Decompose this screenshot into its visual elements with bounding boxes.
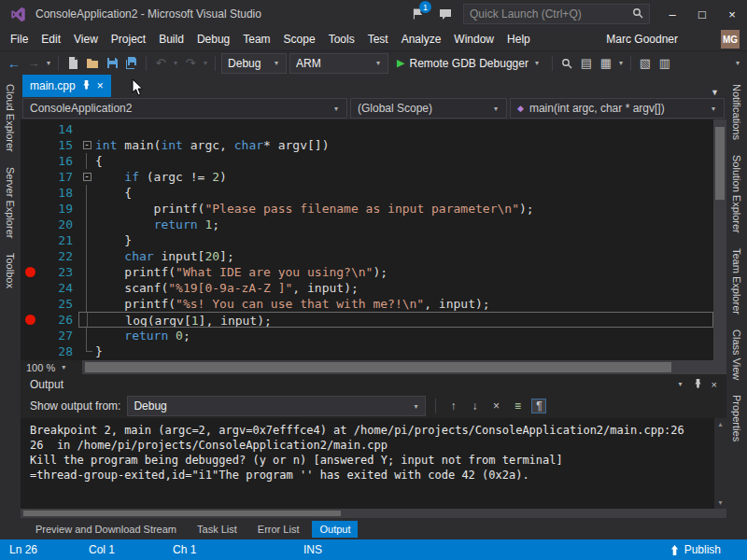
breakpoint-margin[interactable]	[21, 169, 39, 185]
messages-icon[interactable]: ≡	[510, 399, 525, 413]
code-text[interactable]: {	[95, 153, 713, 169]
fold-margin[interactable]	[78, 296, 95, 312]
fold-margin[interactable]	[78, 232, 95, 248]
goto-next-message-icon[interactable]: ↓	[467, 399, 482, 413]
code-text[interactable]: int main(int argc, char* argv[])	[95, 137, 713, 153]
minimize-button[interactable]: –	[657, 0, 687, 28]
collapse-region-icon[interactable]: -	[83, 173, 92, 181]
fold-margin[interactable]	[78, 153, 95, 169]
breakpoint-margin[interactable]	[21, 264, 39, 280]
output-source-dropdown[interactable]: Debug ▾	[127, 396, 426, 416]
collapse-region-icon[interactable]: -	[83, 141, 92, 149]
side-tab-toolbox[interactable]: Toolbox	[5, 253, 16, 288]
breakpoint-margin[interactable]	[21, 137, 39, 153]
command-window-icon[interactable]: ▧	[637, 54, 654, 73]
undo-icon[interactable]: ↶	[152, 54, 169, 73]
bottom-tab-preview-and-download-stream[interactable]: Preview and Download Stream	[28, 521, 184, 538]
menu-debug[interactable]: Debug	[190, 30, 236, 49]
code-text[interactable]: return 1;	[95, 217, 713, 232]
code-text[interactable]	[95, 121, 713, 137]
pin-icon[interactable]	[82, 79, 91, 92]
fold-margin[interactable]	[78, 264, 95, 280]
code-text[interactable]: }	[95, 343, 713, 359]
tab-main-cpp[interactable]: main.cpp ×	[22, 75, 111, 97]
code-text[interactable]: if (argc != 2)	[95, 169, 713, 185]
properties-window-icon[interactable]: ▦	[598, 54, 614, 73]
immediate-window-icon[interactable]: ▥	[656, 54, 673, 73]
breakpoint-margin[interactable]	[21, 280, 39, 296]
menu-view[interactable]: View	[67, 30, 105, 49]
navigation-history-chevron-icon[interactable]: ▾	[45, 59, 52, 67]
code-text[interactable]: log(argv[1], input);	[96, 313, 712, 327]
fold-margin[interactable]	[79, 313, 96, 327]
side-tab-properties[interactable]: Properties	[731, 395, 742, 441]
close-button[interactable]: ×	[717, 0, 747, 28]
find-in-files-icon[interactable]	[558, 54, 575, 73]
output-text[interactable]: Breakpoint 2, main (argc=2, argv=0x7efff…	[21, 418, 726, 509]
output-vertical-scrollbar[interactable]: ▴ ▾	[714, 418, 726, 509]
fold-margin[interactable]: -	[78, 137, 95, 153]
menu-file[interactable]: File	[4, 30, 35, 49]
output-horizontal-scrollbar[interactable]	[21, 509, 726, 518]
fold-margin[interactable]	[78, 343, 95, 359]
menu-help[interactable]: Help	[500, 30, 537, 49]
pin-icon[interactable]	[694, 378, 702, 390]
side-tab-class-view[interactable]: Class View	[731, 329, 742, 380]
redo-icon[interactable]: ↷	[182, 54, 199, 73]
feedback-icon[interactable]	[435, 4, 456, 24]
output-horizontal-scrollbar-thumb[interactable]	[23, 511, 341, 516]
member-dropdown[interactable]: ◆ main(int argc, char * argv[]) ▾	[510, 98, 725, 119]
solution-explorer-icon[interactable]: ▤	[578, 54, 595, 73]
breakpoint-margin[interactable]	[21, 121, 39, 137]
scope-dropdown[interactable]: (Global Scope) ▾	[350, 98, 507, 119]
fold-margin[interactable]	[78, 248, 95, 264]
redo-chevron-icon[interactable]: ▾	[202, 59, 209, 67]
quick-launch-search[interactable]: Quick Launch (Ctrl+Q)	[463, 4, 650, 24]
toolbar-overflow-chevron-icon[interactable]: ▾	[734, 59, 741, 67]
menu-window[interactable]: Window	[447, 30, 500, 49]
close-panel-icon[interactable]: ×	[712, 379, 717, 390]
editor-horizontal-scrollbar-thumb[interactable]	[85, 362, 671, 372]
tab-list-chevron-icon[interactable]: ▼	[703, 88, 726, 97]
navigate-back-icon[interactable]: ←	[6, 54, 22, 73]
breakpoint-margin[interactable]	[21, 343, 39, 359]
clear-all-icon[interactable]: ×	[488, 399, 503, 413]
breakpoint-icon[interactable]	[25, 267, 35, 277]
solution-configuration-dropdown[interactable]: Debug ▾	[221, 53, 287, 74]
side-tab-server-explorer[interactable]: Server Explorer	[5, 167, 16, 238]
fold-margin[interactable]	[78, 121, 95, 137]
undo-chevron-icon[interactable]: ▾	[172, 59, 179, 67]
breakpoint-margin[interactable]	[21, 201, 39, 217]
code-text[interactable]: scanf("%19[0-9a-zA-Z ]", input);	[95, 280, 713, 296]
solution-platform-dropdown[interactable]: ARM ▾	[289, 53, 388, 74]
menu-analyze[interactable]: Analyze	[395, 30, 448, 49]
user-name[interactable]: Marc Goodner	[606, 33, 678, 46]
breakpoint-margin[interactable]	[21, 248, 39, 264]
output-panel-header[interactable]: Output ▾ ×	[21, 374, 726, 394]
fold-margin[interactable]: -	[78, 169, 95, 185]
scroll-down-arrow-icon[interactable]: ▾	[718, 498, 722, 507]
menu-build[interactable]: Build	[152, 30, 190, 49]
breakpoint-margin[interactable]	[21, 296, 39, 312]
bottom-tab-task-list[interactable]: Task List	[190, 521, 245, 538]
fold-margin[interactable]	[78, 201, 95, 217]
save-icon[interactable]	[104, 54, 120, 73]
bottom-tab-error-list[interactable]: Error List	[250, 521, 307, 538]
breakpoint-margin[interactable]	[21, 232, 39, 248]
code-text[interactable]: char input[20];	[95, 248, 713, 264]
side-tab-team-explorer[interactable]: Team Explorer	[731, 248, 742, 315]
zoom-control[interactable]: 100 % ▾	[21, 360, 82, 374]
side-tab-cloud-explorer[interactable]: Cloud Explorer	[5, 84, 16, 152]
code-text[interactable]: printf("What IDE are you using?\n");	[95, 264, 713, 280]
fold-margin[interactable]	[78, 185, 95, 201]
code-text[interactable]: }	[95, 232, 713, 248]
project-dropdown[interactable]: ConsoleApplication2 ▾	[22, 98, 347, 119]
menu-team[interactable]: Team	[236, 30, 276, 49]
fold-margin[interactable]	[78, 217, 95, 232]
maximize-button[interactable]: □	[687, 0, 717, 28]
fold-margin[interactable]	[78, 328, 95, 343]
side-tab-solution-explorer[interactable]: Solution Explorer	[731, 155, 742, 233]
user-avatar[interactable]: MG	[721, 30, 740, 49]
goto-previous-message-icon[interactable]: ↑	[445, 399, 460, 413]
breakpoint-margin[interactable]	[21, 328, 39, 343]
